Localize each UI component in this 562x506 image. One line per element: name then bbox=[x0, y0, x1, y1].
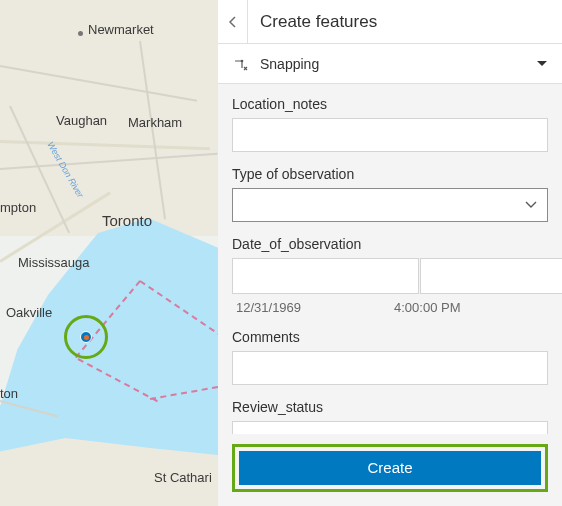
back-button[interactable] bbox=[218, 0, 248, 44]
snapping-row[interactable]: Snapping bbox=[218, 44, 562, 84]
chevron-left-icon bbox=[227, 16, 239, 28]
create-button[interactable]: Create bbox=[239, 451, 541, 485]
type-select[interactable] bbox=[232, 188, 548, 222]
newmarket-dot bbox=[78, 31, 83, 36]
label-markham: Markham bbox=[128, 115, 182, 130]
caret-down-icon bbox=[536, 60, 548, 68]
label-date: Date_of_observation bbox=[232, 236, 548, 252]
svg-point-0 bbox=[241, 59, 244, 62]
label-review: Review_status bbox=[232, 399, 548, 415]
label-type: Type of observation bbox=[232, 166, 548, 182]
snapping-label: Snapping bbox=[260, 56, 536, 72]
label-hampton: mpton bbox=[0, 200, 36, 215]
time-input[interactable] bbox=[420, 258, 562, 294]
date-display: 12/31/1969 bbox=[232, 300, 390, 315]
label-oakville: Oakville bbox=[6, 305, 52, 320]
map-pane[interactable]: Newmarket Vaughan Markham Toronto Missis… bbox=[0, 0, 218, 506]
date-time-display: 12/31/1969 4:00:00 PM bbox=[232, 300, 548, 315]
create-highlight: Create bbox=[232, 444, 548, 492]
location-notes-input[interactable] bbox=[232, 118, 548, 152]
date-input[interactable] bbox=[232, 258, 419, 294]
label-location-notes: Location_notes bbox=[232, 96, 548, 112]
panel-footer: Create bbox=[218, 434, 562, 506]
label-comments: Comments bbox=[232, 329, 548, 345]
label-vaughan: Vaughan bbox=[56, 113, 107, 128]
label-stcatharines: St Cathari bbox=[154, 470, 212, 485]
point-marker-center bbox=[84, 335, 89, 340]
label-toronto: Toronto bbox=[102, 212, 152, 229]
label-newmarket: Newmarket bbox=[88, 22, 154, 37]
label-burlington: ton bbox=[0, 386, 18, 401]
chevron-down-icon bbox=[525, 201, 537, 209]
create-features-panel: Create features Snapping Location_notes … bbox=[218, 0, 562, 506]
panel-header: Create features bbox=[218, 0, 562, 44]
panel-title: Create features bbox=[248, 12, 377, 32]
time-display: 4:00:00 PM bbox=[390, 300, 548, 315]
snapping-icon bbox=[232, 55, 250, 73]
form-body: Location_notes Type of observation Date_… bbox=[218, 84, 562, 434]
review-status-input[interactable] bbox=[232, 421, 548, 434]
comments-input[interactable] bbox=[232, 351, 548, 385]
label-mississauga: Mississauga bbox=[18, 255, 90, 270]
date-time-row bbox=[232, 258, 548, 294]
